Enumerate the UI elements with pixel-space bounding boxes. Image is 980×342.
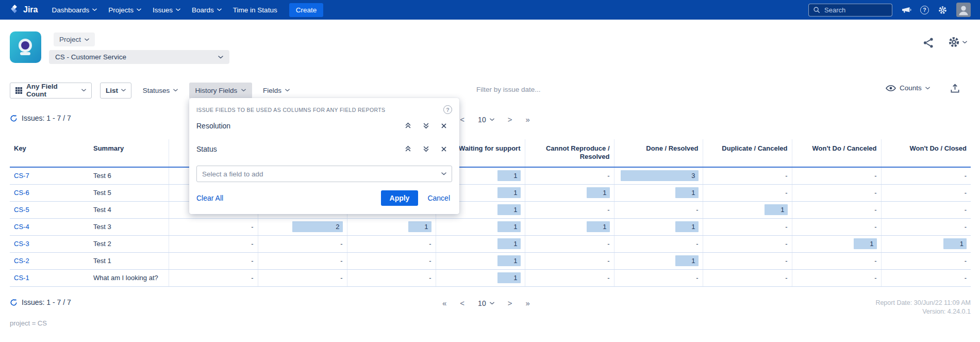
jira-logo[interactable]: Jira <box>9 4 38 17</box>
issues-summary-bottom: Issues: 1 - 7 / 7 <box>10 298 71 306</box>
page-size-select[interactable]: 10 <box>478 299 494 307</box>
move-down-icon[interactable] <box>423 145 429 152</box>
scope-label: Project <box>59 36 81 43</box>
value-cell: - <box>525 269 614 286</box>
last-page-button[interactable]: » <box>525 115 529 124</box>
share-icon[interactable] <box>923 37 934 51</box>
create-button[interactable]: Create <box>289 3 324 17</box>
view-type-button[interactable]: List <box>100 83 131 99</box>
next-page-button[interactable]: > <box>508 299 512 307</box>
gear-icon[interactable] <box>938 5 948 15</box>
report-type-button[interactable]: Any Field Count <box>10 83 92 99</box>
column-header: Won't Do / Canceled <box>792 139 881 167</box>
history-fields-dropdown[interactable]: History Fields <box>189 83 252 99</box>
statuses-dropdown[interactable]: Statuses <box>140 83 181 99</box>
page-settings-button[interactable] <box>948 36 967 48</box>
value-bar: 1 <box>943 238 967 249</box>
value-cell: - <box>614 201 703 218</box>
value-cell: 1 <box>614 252 703 269</box>
value-cell: - <box>792 167 881 184</box>
history-fields-label: History Fields <box>195 87 238 94</box>
nav-item-dashboards[interactable]: Dashboards <box>46 0 103 20</box>
value-cell: - <box>614 269 703 286</box>
value-cell: - <box>703 167 792 184</box>
chevron-down-icon <box>173 89 178 92</box>
value-cell: 1 <box>525 218 614 235</box>
issue-key-link[interactable]: CS-4 <box>14 223 29 231</box>
value-cell: - <box>258 269 347 286</box>
prev-page-button[interactable]: < <box>460 299 464 307</box>
move-down-icon[interactable] <box>423 122 429 129</box>
pagination-bottom: « < 10 > » <box>442 299 530 307</box>
issue-key-link[interactable]: CS-1 <box>14 274 29 282</box>
clear-all-link[interactable]: Clear All <box>196 194 223 202</box>
search-input[interactable] <box>823 6 888 14</box>
key-cell: CS-7 <box>10 167 89 184</box>
value-bar: 1 <box>497 204 521 215</box>
remove-field-icon[interactable] <box>441 146 447 152</box>
add-field-select[interactable]: Select a field to add <box>196 166 452 182</box>
move-up-icon[interactable] <box>405 122 411 129</box>
issue-key-link[interactable]: CS-3 <box>14 240 29 248</box>
table-row: CS-5Test 4---1--1-- <box>10 201 971 218</box>
page-size-value: 10 <box>478 116 486 124</box>
chevron-down-icon <box>962 41 967 44</box>
chevron-down-icon <box>81 89 86 92</box>
column-header: Won't Do / Closed <box>881 139 971 167</box>
summary-cell: Test 2 <box>89 235 169 252</box>
value-cell: 1 <box>436 252 525 269</box>
nav-search[interactable] <box>808 4 892 17</box>
remove-field-icon[interactable] <box>441 123 447 129</box>
chevron-down-icon <box>137 8 141 11</box>
megaphone-icon[interactable] <box>901 5 911 14</box>
move-up-icon[interactable] <box>405 145 411 152</box>
export-icon[interactable] <box>950 84 960 95</box>
table-row: CS-6Test 5---111--- <box>10 184 971 201</box>
value-bar: 1 <box>854 238 877 249</box>
project-selector[interactable]: CS - Customer Service <box>49 50 229 64</box>
page-size-select[interactable]: 10 <box>478 116 494 124</box>
prev-page-button[interactable]: < <box>460 115 464 124</box>
first-page-button[interactable]: « <box>442 299 446 307</box>
value-cell: - <box>792 201 881 218</box>
nav-item-projects[interactable]: Projects <box>103 0 147 20</box>
help-icon[interactable]: ? <box>920 6 929 14</box>
cancel-link[interactable]: Cancel <box>427 194 450 202</box>
counts-dropdown[interactable]: Counts <box>886 84 930 92</box>
summary-cell: What am I looking at? <box>89 269 169 286</box>
value-cell: 1 <box>703 201 792 218</box>
fields-dropdown[interactable]: Fields <box>260 83 292 99</box>
popup-field-row-status: Status <box>196 137 452 160</box>
nav-item-time-in-status[interactable]: Time in Status <box>227 0 283 20</box>
value-cell: - <box>347 252 436 269</box>
search-icon <box>813 6 820 13</box>
nav-item-issues[interactable]: Issues <box>147 0 186 20</box>
user-avatar[interactable] <box>956 3 971 17</box>
nav-item-boards[interactable]: Boards <box>186 0 227 20</box>
any-field-count-table: KeySummary/ Waiting for supportCannot Re… <box>10 139 971 287</box>
counts-label: Counts <box>900 84 922 92</box>
scope-selector[interactable]: Project <box>54 32 95 46</box>
issue-key-link[interactable]: CS-2 <box>14 257 29 265</box>
key-cell: CS-1 <box>10 269 89 286</box>
next-page-button[interactable]: > <box>508 115 512 124</box>
help-icon[interactable]: ? <box>443 105 452 114</box>
value-cell: - <box>881 218 971 235</box>
issue-key-link[interactable]: CS-5 <box>14 206 29 214</box>
issue-key-link[interactable]: CS-7 <box>14 172 29 180</box>
value-bar: 1 <box>675 255 699 266</box>
issue-key-link[interactable]: CS-6 <box>14 189 29 197</box>
value-cell: - <box>703 184 792 201</box>
issue-date-filter-input[interactable] <box>475 85 591 94</box>
refresh-icon[interactable] <box>10 299 18 306</box>
value-cell: 1 <box>347 218 436 235</box>
value-bar: 1 <box>497 272 521 283</box>
apply-button[interactable]: Apply <box>381 190 419 206</box>
value-cell: - <box>169 235 258 252</box>
value-cell: - <box>703 269 792 286</box>
last-page-button[interactable]: » <box>525 299 529 307</box>
value-bar: 1 <box>675 187 699 198</box>
refresh-icon[interactable] <box>10 115 18 122</box>
value-cell: - <box>169 269 258 286</box>
value-bar: 1 <box>497 221 521 232</box>
